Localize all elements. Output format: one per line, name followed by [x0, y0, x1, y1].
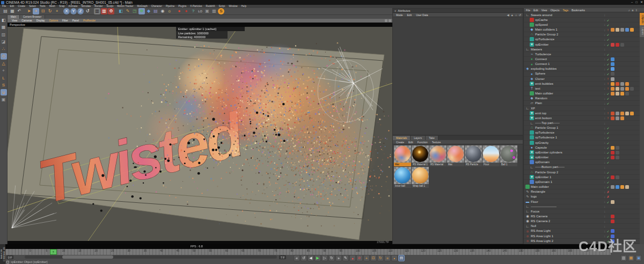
visibility-dots-icon[interactable]: ∶	[604, 116, 605, 120]
object-row-xpemitter-1[interactable]: ▼xpEmitter 1∶✓	[524, 175, 640, 180]
signal-plugin-icon[interactable]: S	[218, 8, 224, 14]
visibility-dots-icon[interactable]: ∶	[604, 87, 605, 90]
viewport-menu-prorender[interactable]: ProRender	[83, 19, 96, 23]
visibility-dots-icon[interactable]: ∶	[604, 180, 605, 184]
object-row-particle-group-2[interactable]: ∴Particle Group 2∶✓	[524, 32, 640, 37]
tag-triangle-icon[interactable]	[611, 112, 614, 115]
snap-settings-icon[interactable]: S	[1, 82, 7, 89]
object-row-logo[interactable]: ∿logo∶✗	[524, 194, 640, 199]
viewport-tab-main[interactable]: Main	[8, 15, 20, 19]
enable-state-icon[interactable]: ✓	[606, 57, 610, 61]
add-environment-icon[interactable]: ▤	[152, 8, 159, 14]
object-row-sphere[interactable]: ●Sphere∶✓	[524, 71, 640, 76]
object-row-particle-group-1[interactable]: ∴Particle Group 1∶✓	[524, 126, 640, 130]
visibility-dots-icon[interactable]: ∶	[604, 136, 605, 140]
tag-tan-icon[interactable]	[616, 92, 619, 96]
visibility-dots-icon[interactable]: ∶	[604, 92, 605, 96]
object-row-sweets-around[interactable]: ∟Sweets around∶	[524, 13, 640, 18]
object-row-xpdomain-1[interactable]: xpDomain 1∶✓	[524, 180, 640, 185]
tag-checker-icon[interactable]	[620, 82, 624, 86]
visibility-dots-icon[interactable]: ∶	[604, 127, 605, 130]
object-row-particle-group-2[interactable]: ∴Particle Group 2∶✓	[524, 170, 640, 175]
visibility-dots-icon[interactable]: ∶	[604, 77, 605, 80]
move-tool-icon[interactable]: +	[33, 8, 39, 14]
close-button[interactable]: ✕	[640, 0, 643, 5]
tag-dots-icon[interactable]	[611, 146, 614, 150]
key-colors-icon[interactable]: ▦	[628, 255, 634, 261]
visibility-dots-icon[interactable]: ∶	[604, 175, 605, 179]
object-row-xpemitter[interactable]: ▼xpEmitter∶✓	[524, 42, 640, 47]
tag-darkball-icon[interactable]	[625, 92, 629, 96]
enable-state-icon[interactable]: ✗	[606, 195, 610, 199]
z-axis-lock-icon[interactable]: Z	[77, 8, 84, 14]
open-file-icon[interactable]: ▤	[2, 8, 9, 14]
object-row-rs-area-light[interactable]: ☼RS Area Light∶✓	[524, 229, 640, 233]
status-checkbox-icon[interactable]	[6, 261, 9, 263]
add-spline-icon[interactable]: ✎	[125, 8, 131, 14]
materials-tab-materials[interactable]: Materials	[393, 136, 411, 140]
material-ball-1[interactable]: Ball 1	[500, 145, 517, 166]
object-row-xpturbulence-1[interactable]: xpTurbulence 1∶✓	[524, 135, 640, 140]
search-icon[interactable]: ⌕	[628, 8, 630, 12]
workplane-lock-icon[interactable]: ▣	[1, 97, 7, 103]
axis-modification-icon[interactable]: L	[1, 75, 7, 81]
materials-tab-take[interactable]: Take	[426, 136, 438, 140]
enable-state-icon[interactable]: ✓	[606, 92, 610, 96]
visibility-dots-icon[interactable]: ∶	[604, 97, 605, 100]
tag-darkball-icon[interactable]	[616, 146, 619, 150]
back-arrow-icon[interactable]: ◀	[507, 13, 509, 17]
enable-state-icon[interactable]: ✓	[606, 53, 610, 56]
workplane-mode-icon[interactable]: ◪	[1, 39, 7, 45]
record-position-button[interactable]: +	[363, 255, 370, 261]
visibility-dots-icon[interactable]: ∶	[604, 57, 605, 61]
om-menu-edit[interactable]: Edit	[533, 8, 538, 12]
goto-start-button[interactable]: «	[294, 255, 300, 261]
object-row-plain[interactable]: ▱Plain∶✓	[524, 101, 640, 106]
material-inner-ball[interactable]: Inner ball	[394, 167, 411, 188]
tag-tan-icon[interactable]	[625, 112, 629, 115]
object-row-floor[interactable]: ▬Floor∶✓	[524, 199, 640, 204]
enable-state-icon[interactable]: ✓	[606, 160, 610, 164]
tag-orange-icon[interactable]	[611, 28, 614, 32]
object-row-xpturbulence[interactable]: xpTurbulence∶✓	[524, 37, 640, 42]
play-mode-button[interactable]: ↺	[301, 255, 307, 261]
timeline-panel-button[interactable]: ▤	[398, 255, 405, 261]
play-forward-button[interactable]: ▶	[314, 255, 321, 261]
enable-state-icon[interactable]: ✓	[606, 126, 610, 130]
enable-state-icon[interactable]: ✓	[606, 175, 610, 179]
object-row-masters[interactable]: ∟Masters∶	[524, 47, 640, 52]
material-rs-material-1[interactable]: RS Material 1	[412, 145, 429, 166]
tag-dots-icon[interactable]	[630, 28, 634, 32]
tag-graydots-icon[interactable]	[611, 77, 614, 81]
mograph-icon[interactable]: ☸	[138, 8, 145, 14]
lo-plugin-icon[interactable]: LO	[197, 8, 203, 14]
maximize-button[interactable]: □	[635, 0, 638, 5]
object-row-top-part[interactable]: ∟——Top part——∶	[524, 121, 640, 126]
materials-tab-layers[interactable]: Layers	[411, 136, 426, 140]
add-generator-icon[interactable]: ◳	[131, 8, 138, 14]
om-side-tab-objects[interactable]: Objects	[640, 13, 644, 26]
tag-triangle-icon[interactable]	[616, 82, 619, 86]
object-row-exploding-bubbles[interactable]: ◈exploding bubbles∶✓	[524, 67, 640, 71]
viewport-menu-filter[interactable]: Filter	[62, 19, 68, 23]
enable-state-icon[interactable]: ✓	[606, 136, 610, 140]
object-row-xpspeed[interactable]: xpSpeed∶✓	[524, 23, 640, 27]
tag-checker-icon[interactable]	[616, 112, 619, 115]
help-plugin-icon[interactable]: ?	[190, 8, 196, 14]
enable-state-icon[interactable]: ✓	[606, 72, 610, 76]
visibility-dots-icon[interactable]: ∶	[604, 195, 605, 199]
filter-icon[interactable]: ≡	[632, 8, 633, 12]
enable-state-icon[interactable]: ✓	[606, 180, 610, 184]
om-menu-file[interactable]: File	[526, 8, 530, 12]
visibility-dots-icon[interactable]: ∶	[604, 53, 605, 56]
tag-checker-icon[interactable]	[611, 185, 614, 189]
tag-redball-icon[interactable]	[611, 156, 614, 159]
om-side-tab-layers[interactable]: Layers	[640, 25, 644, 37]
object-row-main-collider[interactable]: Main collider∶✓	[524, 185, 640, 189]
pane-split-icon[interactable]	[385, 19, 387, 22]
tag-red-icon[interactable]	[611, 43, 614, 47]
enable-state-icon[interactable]: ✓	[606, 131, 610, 135]
tag-triangle-icon[interactable]	[611, 116, 614, 120]
tag-tan-icon[interactable]	[616, 87, 619, 91]
visibility-dots-icon[interactable]: ∶	[604, 107, 605, 110]
